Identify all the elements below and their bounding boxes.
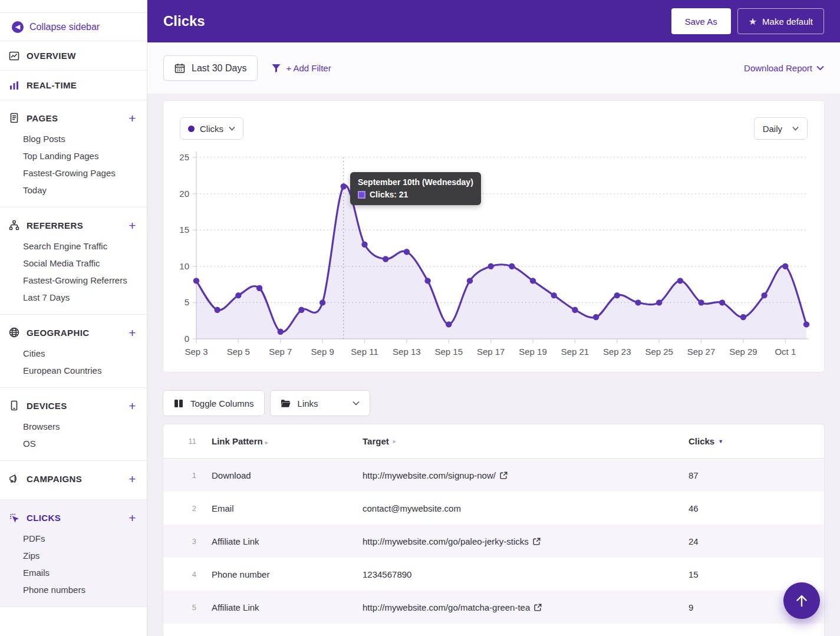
external-link-icon[interactable] [533,538,541,545]
data-point[interactable]: Sep 6: 7 [256,285,262,291]
clicks-line-chart[interactable]: 0510152025Sep 3Sep 5Sep 7Sep 9Sep 11Sep … [163,101,824,372]
target-cell: http://mywebsite.com/go/paleo-jerky-stic… [363,536,689,546]
data-point[interactable]: Sep 21: 4 [572,307,578,313]
sidebar-item-cities[interactable]: Cities [0,345,147,362]
table-row[interactable]: 2Emailcontact@mywebsite.com46 [163,492,824,525]
download-report-button[interactable]: Download Report [744,63,824,73]
data-point[interactable]: Sep 27: 5 [698,299,704,305]
sidebar-group-header-pages[interactable]: PAGES + [0,106,147,130]
geographic-add-button[interactable]: + [129,327,136,339]
sidebar-group-header-geographic[interactable]: GEOGRAPHIC + [0,320,147,345]
save-as-button[interactable]: Save As [671,8,731,34]
data-point[interactable]: Sep 18: 10 [509,263,515,269]
campaigns-add-button[interactable]: + [129,473,136,485]
data-point[interactable]: Sep 20: 6 [551,292,557,298]
x-tick-label: Sep 3 [185,347,207,357]
devices-add-button[interactable]: + [129,400,136,412]
sidebar-item-os[interactable]: OS [0,435,147,452]
toggle-columns-button[interactable]: Toggle Columns [163,390,265,416]
collapse-arrow-icon: ◀ [12,21,24,33]
table-row[interactable]: 6Affiliate Linkhttp://mywebsite.com/go/8 [163,624,824,636]
add-filter-label: + Add Filter [286,63,331,73]
data-point[interactable]: Sep 12: 11 [383,256,388,262]
add-filter-button[interactable]: + Add Filter [271,63,331,74]
column-target[interactable]: Target ▸ [363,436,689,446]
row-number: 4 [163,570,196,579]
collapse-sidebar-button[interactable]: ◀ Collapse sidebar [0,13,147,41]
table-row[interactable]: 4Phone number123456789015 [163,558,824,591]
data-point[interactable]: Sep 11: 13 [361,242,367,248]
table-row[interactable]: 5Affiliate Linkhttp://mywebsite.com/go/m… [163,591,824,624]
data-point[interactable]: Sep 23: 6 [614,292,620,298]
sidebar-item-emails[interactable]: Emails [0,564,147,581]
sidebar-item-zips[interactable]: Zips [0,547,147,564]
column-link-pattern[interactable]: Link Pattern ▸ [196,436,363,446]
data-point[interactable]: Sep 24: 5 [635,299,641,305]
pages-add-button[interactable]: + [129,112,136,124]
data-point[interactable]: Oct 2: 2 [803,321,809,327]
sidebar-item-blog-posts[interactable]: Blog Posts [0,130,147,147]
interval-dropdown[interactable]: Daily [754,117,808,140]
data-point[interactable]: Sep 5: 6 [235,292,241,298]
links-dropdown[interactable]: Links [270,390,370,416]
external-link-icon[interactable] [534,604,542,611]
y-tick-label: 20 [179,189,189,199]
data-point[interactable]: Sep 29: 3 [740,314,746,320]
data-point[interactable]: Sep 30: 6 [761,292,767,298]
sidebar-item-browsers[interactable]: Browsers [0,418,147,435]
metric-dropdown[interactable]: Clicks [180,117,243,140]
sidebar-item-pdfs[interactable]: PDFs [0,530,147,547]
sidebar-group-header-campaigns[interactable]: CAMPAIGNS + [0,466,147,491]
make-default-button[interactable]: ★ Make default [737,8,824,34]
data-point[interactable]: Sep 19: 8 [530,278,536,284]
sidebar-item-label: REAL-TIME [27,80,77,90]
scroll-to-top-button[interactable] [783,582,820,619]
row-count: 11 [163,437,196,446]
data-point[interactable]: Oct 1: 10 [782,263,788,269]
external-link-icon[interactable] [500,472,508,479]
data-point[interactable]: Sep 22: 3 [593,314,599,320]
x-tick-label: Sep 23 [603,347,631,357]
sidebar-group-header-clicks[interactable]: CLICKS + [0,505,147,530]
clicks-add-button[interactable]: + [129,512,136,524]
sidebar-item-overview[interactable]: OVERVIEW [0,41,147,71]
sidebar-item-today[interactable]: Today [0,182,147,199]
sidebar-item-last-7-days[interactable]: Last 7 Days [0,289,147,306]
sidebar-item-fastest-growing-pages[interactable]: Fastest-Growing Pages [0,164,147,182]
data-point[interactable]: Sep 15: 2 [446,321,452,327]
x-tick-label: Sep 19 [519,347,547,357]
sidebar-item-phone-numbers[interactable]: Phone numbers [0,581,147,598]
data-point[interactable]: Sep 26: 8 [677,278,683,284]
sidebar-item-top-landing-pages[interactable]: Top Landing Pages [0,147,147,164]
data-point[interactable]: Sep 10: 21 [341,183,347,189]
sidebar-item-european-countries[interactable]: European Countries [0,362,147,379]
table-row[interactable]: 1Downloadhttp://mywebsite.com/signup-now… [163,459,824,492]
referrers-add-button[interactable]: + [129,219,136,232]
data-point[interactable]: Sep 14: 8 [424,278,430,284]
chevron-down-icon [353,401,360,406]
data-point[interactable]: Sep 13: 12 [404,249,410,255]
star-icon: ★ [749,16,757,27]
data-point[interactable]: Sep 16: 8 [467,278,473,284]
sidebar-item-fastest-growing-referrers[interactable]: Fastest-Growing Referrers [0,272,147,289]
data-point[interactable]: Sep 9: 5 [319,299,325,305]
sidebar-item-social-media-traffic[interactable]: Social Media Traffic [0,255,147,272]
sidebar-item-real-time[interactable]: REAL-TIME [0,71,147,100]
data-point[interactable]: Sep 7: 1 [278,329,284,335]
data-point[interactable]: Sep 8: 4 [298,307,304,313]
sidebar-group-header-referrers[interactable]: REFERRERS + [0,213,147,238]
tooltip-date: September 10th (Wednesday) [358,177,473,187]
data-point[interactable]: Sep 28: 5 [719,299,725,305]
sidebar-item-search-engine-traffic[interactable]: Search Engine Traffic [0,238,147,255]
data-point[interactable]: Sep 25: 5 [656,299,662,305]
sidebar-group-header-devices[interactable]: DEVICES + [0,393,147,418]
x-tick-label: Sep 25 [645,347,673,357]
data-point[interactable]: Sep 4: 4 [215,307,220,313]
data-point[interactable]: Sep 3: 8 [193,278,199,284]
y-tick-label: 10 [179,261,189,271]
x-tick-label: Sep 15 [435,347,463,357]
date-range-button[interactable]: Last 30 Days [163,55,258,81]
column-clicks[interactable]: Clicks ▼ [689,436,824,446]
table-row[interactable]: 3Affiliate Linkhttp://mywebsite.com/go/p… [163,525,824,558]
data-point[interactable]: Sep 17: 10 [488,263,494,269]
